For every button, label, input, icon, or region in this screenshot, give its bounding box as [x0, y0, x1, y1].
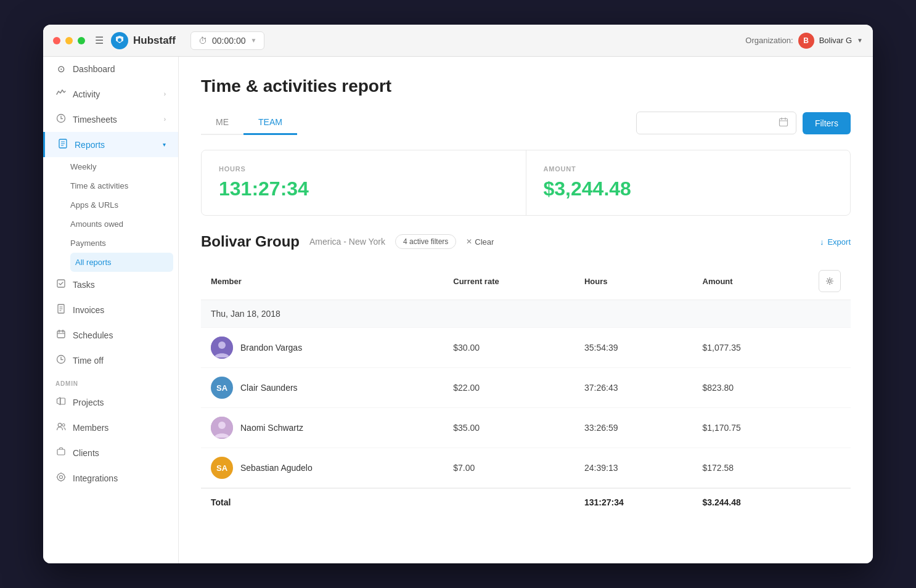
total-row: Total 131:27:34 $3.244.48 — [201, 488, 851, 516]
app-name: Hubstaff — [133, 35, 176, 47]
reports-icon — [57, 139, 68, 150]
svg-point-22 — [57, 473, 65, 481]
reports-chevron-icon: ▾ — [163, 141, 166, 148]
active-filters-badge: 4 active filters — [395, 234, 456, 249]
timer-icon: ⏱ — [198, 36, 207, 46]
table-row: Brandon Vargas $30.00 35:54:39 $1,077.35 — [201, 328, 851, 368]
row-actions — [809, 408, 851, 448]
col-settings — [809, 263, 851, 300]
avatar: SA — [211, 457, 233, 479]
active-filters-text: 4 active filters — [403, 237, 448, 246]
reports-submenu: Weekly Time & activities Apps & URLs Amo… — [43, 157, 178, 272]
sidebar-item-integrations[interactable]: Integrations — [43, 465, 178, 491]
org-chevron-icon[interactable]: ▼ — [857, 37, 863, 44]
col-rate: Current rate — [443, 263, 575, 300]
svg-point-1 — [118, 38, 121, 42]
summary-row: HOURS 131:27:34 AMOUNT $3,244.48 — [201, 150, 851, 216]
sidebar-item-activity[interactable]: Activity › — [43, 81, 178, 107]
svg-rect-20 — [57, 449, 65, 455]
sidebar: ⊙ Dashboard Activity › Timesheets › — [43, 57, 179, 563]
hours-cell: 37:26:43 — [575, 368, 693, 408]
sidebar-subitem-time-activities[interactable]: Time & activities — [70, 176, 178, 195]
hubstaff-logo-icon — [111, 32, 128, 49]
sidebar-item-schedules[interactable]: Schedules — [43, 322, 178, 348]
member-cell: Brandon Vargas — [201, 328, 443, 368]
sidebar-item-invoices[interactable]: Invoices — [43, 297, 178, 322]
sidebar-subitem-weekly[interactable]: Weekly — [70, 157, 178, 176]
clear-button[interactable]: ✕ Clear — [466, 237, 494, 247]
rate-cell: $7.00 — [443, 448, 575, 489]
traffic-lights — [53, 37, 85, 44]
sidebar-item-time-off[interactable]: Time off — [43, 348, 178, 373]
date-label: Thu, Jan 18, 2018 — [201, 300, 851, 328]
svg-point-19 — [62, 424, 65, 427]
invoices-icon — [55, 304, 67, 316]
svg-point-35 — [218, 422, 226, 429]
table-settings-button[interactable] — [819, 270, 841, 292]
schedules-icon — [55, 329, 67, 341]
sidebar-item-clients[interactable]: Clients — [43, 440, 178, 465]
page-title: Time & activities report — [201, 76, 851, 96]
sidebar-item-label: Projects — [73, 398, 166, 407]
titlebar: ☰ Hubstaff ⏱ 00:00:00 ▼ Organization: B … — [43, 25, 873, 57]
group-header: Bolivar Group America - New York 4 activ… — [201, 233, 851, 250]
sidebar-subitem-payments[interactable]: Payments — [70, 234, 178, 253]
app-logo: Hubstaff — [111, 32, 176, 49]
minimize-button[interactable] — [65, 37, 73, 44]
sidebar-item-dashboard[interactable]: ⊙ Dashboard — [43, 57, 178, 81]
content-area: Time & activities report ME TEAM Filters — [179, 57, 873, 563]
sidebar-subitem-all-reports[interactable]: All reports — [70, 253, 173, 272]
svg-point-18 — [58, 423, 62, 427]
amount-card: AMOUNT $3,244.48 — [526, 150, 851, 215]
sidebar-item-reports[interactable]: Reports ▾ — [43, 132, 178, 157]
member-cell: Naomi Schwartz — [201, 408, 443, 448]
export-button[interactable]: ↓ Export — [820, 237, 851, 247]
total-actions — [809, 488, 851, 516]
integrations-icon — [55, 472, 67, 484]
timer-widget[interactable]: ⏱ 00:00:00 ▼ — [190, 31, 264, 50]
total-hours: 131:27:34 — [575, 488, 693, 516]
close-button[interactable] — [53, 37, 60, 44]
tab-me[interactable]: ME — [201, 111, 243, 135]
group-timezone: America - New York — [309, 237, 385, 247]
org-label: Organization: — [745, 36, 793, 45]
activity-icon — [55, 88, 67, 100]
timesheets-chevron-icon: › — [164, 116, 166, 123]
sidebar-item-label: Dashboard — [73, 64, 166, 74]
hours-label: HOURS — [219, 165, 509, 173]
amount-cell: $823.80 — [693, 368, 809, 408]
hours-cell: 35:54:39 — [575, 328, 693, 368]
calendar-icon — [779, 117, 788, 129]
main-layout: ⊙ Dashboard Activity › Timesheets › — [43, 57, 873, 563]
member-cell: SA Clair Saunders — [201, 368, 443, 408]
sidebar-item-label: Clients — [73, 448, 166, 458]
table-row: Naomi Schwartz $35.00 33:26:59 $1,170.75 — [201, 408, 851, 448]
svg-rect-7 — [57, 280, 65, 287]
date-picker[interactable] — [636, 112, 796, 134]
tab-team[interactable]: TEAM — [243, 111, 297, 135]
sidebar-item-label: Activity — [73, 89, 158, 99]
hamburger-icon[interactable]: ☰ — [95, 35, 104, 46]
sidebar-subitem-apps-urls[interactable]: Apps & URLs — [70, 195, 178, 214]
projects-icon — [55, 396, 67, 408]
activity-chevron-icon: › — [164, 91, 166, 97]
sidebar-item-members[interactable]: Members — [43, 415, 178, 440]
amount-cell: $1,077.35 — [693, 328, 809, 368]
amount-cell: $172.58 — [693, 448, 809, 489]
export-down-icon: ↓ — [820, 237, 824, 247]
filters-button[interactable]: Filters — [803, 112, 851, 134]
sidebar-subitem-amounts-owed[interactable]: Amounts owed — [70, 214, 178, 234]
sidebar-item-label: Reports — [75, 140, 157, 150]
sidebar-item-timesheets[interactable]: Timesheets › — [43, 107, 178, 132]
org-name: Bolivar G — [819, 36, 852, 45]
date-group-row: Thu, Jan 18, 2018 — [201, 300, 851, 328]
member-name: Naomi Schwartz — [240, 423, 303, 433]
report-table: Member Current rate Hours Amount — [201, 263, 851, 516]
sidebar-item-label: Tasks — [73, 280, 166, 290]
sidebar-item-tasks[interactable]: Tasks — [43, 272, 178, 297]
sidebar-item-projects[interactable]: Projects — [43, 390, 178, 415]
hours-card: HOURS 131:27:34 — [202, 150, 526, 215]
row-actions — [809, 448, 851, 489]
maximize-button[interactable] — [78, 37, 85, 44]
amount-value: $3,244.48 — [544, 178, 833, 200]
